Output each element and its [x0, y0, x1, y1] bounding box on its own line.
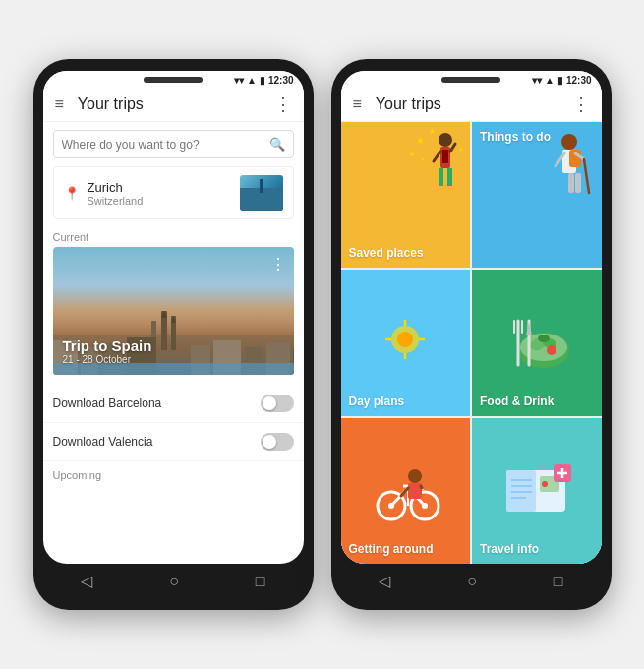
signal-icon-right: ▾▾ [532, 75, 542, 86]
right-phone: ▾▾ ▲ ▮ 12:30 ≡ Your trips ⋮ [331, 59, 612, 610]
page-title-right: Your trips [376, 95, 572, 113]
status-bar-left: ▾▾ ▲ ▮ 12:30 [43, 71, 304, 88]
search-bar[interactable]: 🔍 [53, 130, 294, 158]
upcoming-content [43, 485, 304, 564]
download-row-barcelona: Download Barcelona [43, 385, 304, 423]
nav-bar-left: ◁ ○ □ [43, 564, 304, 598]
download-valencia-label: Download Valencia [53, 435, 261, 449]
svg-point-28 [561, 134, 577, 150]
svg-line-22 [450, 144, 455, 152]
status-time-right: 12:30 [566, 75, 592, 86]
grid-cell-saved[interactable]: ★ ★ ★ ★ ★ Saved places [341, 122, 471, 268]
section-current-label: Current [43, 227, 304, 247]
wifi-icon-right: ▲ [545, 75, 555, 86]
section-upcoming-label: Upcoming [43, 461, 304, 485]
battery-icon: ▮ [260, 75, 265, 86]
svg-line-21 [434, 152, 440, 161]
grid-cell-getting[interactable]: Getting around [341, 418, 471, 564]
svg-rect-19 [439, 168, 443, 186]
menu-icon-left[interactable]: ≡ [55, 95, 64, 113]
svg-line-35 [584, 159, 589, 193]
saved-places-label: Saved places [349, 246, 424, 260]
grid-cell-things[interactable]: Things to do [472, 122, 602, 268]
top-bar-right: ≡ Your trips ⋮ [341, 88, 602, 122]
svg-point-64 [408, 469, 422, 483]
left-phone-screen: ▾▾ ▲ ▮ 12:30 ≡ Your trips ⋮ 🔍 📍 Zurich [43, 71, 304, 564]
more-icon-right[interactable]: ⋮ [572, 93, 590, 115]
phones-container: ▾▾ ▲ ▮ 12:30 ≡ Your trips ⋮ 🔍 📍 Zurich [33, 59, 612, 610]
home-icon-left[interactable]: ○ [169, 573, 179, 590]
back-icon-left[interactable]: ◁ [81, 572, 92, 590]
svg-line-67 [421, 486, 422, 488]
svg-marker-53 [526, 321, 532, 335]
svg-point-75 [542, 481, 548, 487]
day-plans-label: Day plans [349, 395, 405, 408]
trip-title: Trip to Spain [63, 337, 152, 354]
download-valencia-toggle[interactable] [261, 433, 294, 451]
svg-rect-31 [568, 173, 574, 193]
svg-rect-32 [575, 173, 581, 193]
svg-point-37 [397, 332, 413, 347]
left-phone: ▾▾ ▲ ▮ 12:30 ≡ Your trips ⋮ 🔍 📍 Zurich [33, 59, 314, 610]
city-thumbnail [240, 175, 283, 211]
grid-cell-day[interactable]: Day plans [341, 270, 471, 415]
search-input[interactable] [62, 138, 269, 152]
svg-rect-18 [442, 150, 448, 163]
more-icon-left[interactable]: ⋮ [274, 93, 292, 115]
getting-around-label: Getting around [349, 542, 434, 556]
download-barcelona-toggle[interactable] [261, 395, 294, 412]
trip-more-icon[interactable]: ⋮ [270, 255, 286, 274]
menu-icon-right[interactable]: ≡ [353, 95, 362, 113]
signal-icon: ▾▾ [234, 75, 244, 86]
grid-cell-travel[interactable]: Travel info [472, 418, 602, 564]
saved-city-card[interactable]: 📍 Zurich Switzerland [53, 166, 294, 219]
top-bar-left: ≡ Your trips ⋮ [43, 88, 304, 122]
svg-rect-20 [447, 168, 452, 186]
travel-info-label: Travel info [480, 542, 539, 556]
recents-icon-right[interactable]: □ [554, 573, 563, 590]
grid-cell-food[interactable]: Food & Drink [472, 270, 602, 415]
things-illustration [472, 122, 602, 268]
nav-bar-right: ◁ ○ □ [341, 564, 602, 598]
home-icon-right[interactable]: ○ [467, 573, 477, 590]
back-icon-right[interactable]: ◁ [379, 572, 390, 590]
svg-text:★: ★ [429, 127, 436, 136]
city-name: Zurich [88, 180, 232, 195]
category-grid: ★ ★ ★ ★ ★ Saved places [341, 122, 602, 564]
status-time-left: 12:30 [268, 75, 294, 86]
download-row-valencia: Download Valencia [43, 423, 304, 461]
svg-point-46 [538, 334, 550, 342]
wifi-icon: ▲ [247, 75, 257, 86]
page-title-left: Your trips [78, 95, 274, 113]
svg-point-47 [547, 345, 556, 355]
svg-line-66 [401, 488, 408, 496]
things-label: Things to do [480, 130, 551, 144]
location-pin-icon: 📍 [64, 186, 80, 201]
trip-card[interactable]: Trip to Spain 21 - 28 October ⋮ [53, 247, 294, 375]
status-bar-right: ▾▾ ▲ ▮ 12:30 [341, 71, 602, 88]
right-phone-screen: ▾▾ ▲ ▮ 12:30 ≡ Your trips ⋮ [341, 71, 602, 564]
svg-text:★: ★ [416, 135, 425, 146]
food-drink-label: Food & Drink [480, 395, 554, 408]
city-info: Zurich Switzerland [88, 180, 232, 207]
svg-text:★: ★ [409, 151, 415, 157]
svg-point-16 [439, 133, 452, 147]
battery-icon-right: ▮ [557, 75, 563, 86]
trip-dates: 21 - 28 October [63, 354, 152, 365]
svg-text:★: ★ [458, 147, 463, 152]
recents-icon-left[interactable]: □ [256, 573, 265, 590]
svg-text:★: ★ [421, 156, 426, 162]
city-country: Switzerland [88, 195, 232, 207]
search-icon: 🔍 [269, 137, 285, 152]
download-barcelona-label: Download Barcelona [53, 396, 261, 410]
trip-card-info: Trip to Spain 21 - 28 October [63, 337, 152, 365]
